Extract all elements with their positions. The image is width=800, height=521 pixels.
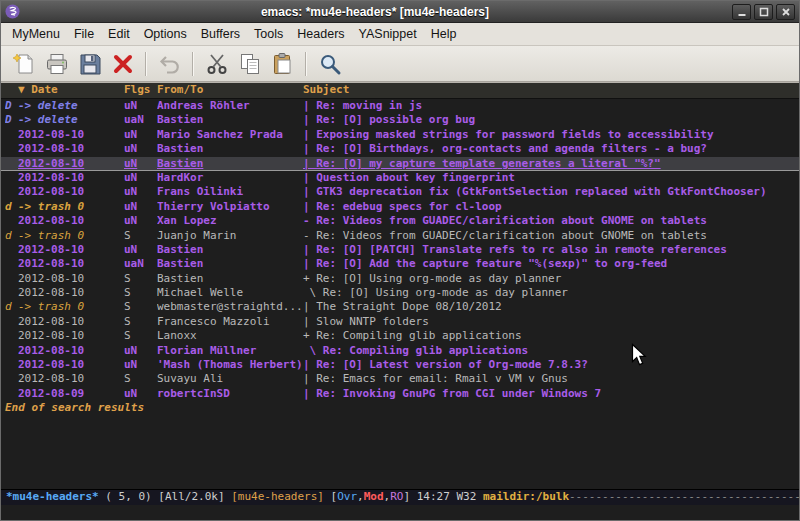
message-row[interactable]: 2012-08-09 uN robertcInSD | Re: Invoking… [1,387,799,401]
message-row[interactable]: d -> trash 0 S webmaster@straightd... | … [1,300,799,314]
message-from: Andreas Röhler [157,99,303,113]
menu-item-headers[interactable]: Headers [290,24,351,44]
message-mark: d [5,300,18,314]
message-subject: + Re: [O] Using org-mode as day planner [303,272,799,286]
message-row[interactable]: 2012-08-10 uN Xan Lopez - Re: Videos fro… [1,214,799,228]
modeline-time: 14:27 [417,490,457,504]
message-date: -> delete [18,99,124,113]
tool-button-cut[interactable] [200,49,233,79]
modeline-flags-open: [ [331,490,338,504]
message-flags: uN [124,243,157,257]
message-row[interactable]: D -> delete uN Andreas Röhler | Re: movi… [1,99,799,113]
toolbar-separator [145,52,147,76]
menu-item-mymenu[interactable]: MyMenu [5,24,67,44]
tool-button-print[interactable] [40,49,73,79]
header-flags-column[interactable]: Flgs [124,83,157,97]
message-flags: S [124,372,157,386]
close-button[interactable] [776,4,795,20]
message-row[interactable]: D -> delete uaN Bastien | Re: [O] possib… [1,113,799,127]
message-from: Francesco Mazzoli [157,315,303,329]
message-from: Suvayu Ali [157,372,303,386]
message-row[interactable]: 2012-08-10 uN Florian Müllner \ Re: Comp… [1,344,799,358]
modeline-flags-close: ] [403,490,416,504]
message-from: Bastien [157,257,303,271]
tool-button-copy[interactable] [233,49,266,79]
menu-item-file[interactable]: File [67,24,101,44]
message-row[interactable]: 2012-08-10 uaN Bastien | Re: [O] Add the… [1,257,799,271]
message-row[interactable]: 2012-08-10 uN Frans Oilinki | GTK3 depre… [1,185,799,199]
message-subject: | Re: Invoking GnuPG from CGI under Wind… [303,387,799,401]
window-titlebar[interactable]: emacs: *mu4e-headers* [mu4e-headers] [1,1,799,23]
message-flags: uN [124,142,157,156]
message-mark [5,286,18,300]
menu-item-help[interactable]: Help [424,24,464,44]
maximize-button[interactable] [754,4,773,20]
message-date: 2012-08-09 [18,387,124,401]
tool-button-paste[interactable] [266,49,299,79]
message-subject: \ Re: [O] Using org-mode as day planner [303,286,799,300]
message-flags: uN [124,157,157,171]
buffer-area[interactable]: ▼ Date Flgs From/To Subject D -> delete … [1,82,799,520]
message-mark [5,329,18,343]
message-row[interactable]: d -> trash 0 uN Thierry Volpiatto | Re: … [1,200,799,214]
toolbar-separator [192,52,194,76]
menu-item-options[interactable]: Options [137,24,194,44]
mode-line[interactable]: *mu4e-headers* ( 5, 0) [All/2.0k] [mu4e-… [1,489,799,505]
message-mark [5,243,18,257]
modeline-dashes: ----------------------------------------… [569,490,799,504]
message-row[interactable]: 2012-08-10 uN Mario Sanchez Prada | Expo… [1,128,799,142]
close-buffer-icon [111,52,135,76]
maximize-icon [759,7,769,17]
minimize-icon [737,7,747,17]
message-subject: | Re: [O] Birthdays, org-contacts and ag… [303,142,799,156]
message-mark [5,128,18,142]
tool-button-close-buffer[interactable] [106,49,139,79]
tool-button-save[interactable] [73,49,106,79]
modeline-flag-modified: Mod [364,490,384,504]
message-row[interactable]: 2012-08-10 S Suvayu Ali | Re: Emacs for … [1,372,799,386]
message-row[interactable]: 2012-08-10 S Bastien + Re: [O] Using org… [1,272,799,286]
message-date: 2012-08-10 [18,171,124,185]
tool-button-new-file[interactable] [7,49,40,79]
echo-area[interactable] [1,505,799,520]
message-mark [5,171,18,185]
message-row[interactable]: 2012-08-10 uN 'Mash (Thomas Herbert) | R… [1,358,799,372]
tool-button-undo[interactable] [153,49,186,79]
message-flags: uN [124,387,157,401]
header-subject-column[interactable]: Subject [303,83,799,97]
message-mark [5,214,18,228]
message-date: 2012-08-10 [18,257,124,271]
message-row[interactable]: 2012-08-10 uN HardKor | Question about k… [1,171,799,185]
message-row[interactable]: 2012-08-10 uN Bastien | Re: [O] my captu… [1,157,799,171]
message-row[interactable]: 2012-08-10 S Michael Welle \ Re: [O] Usi… [1,286,799,300]
message-flags: S [124,286,157,300]
message-flags: uaN [124,113,157,127]
menu-bar: MyMenu File Edit Options Buffers Tools H… [1,23,799,46]
message-row[interactable]: 2012-08-10 S Francesco Mazzoli | Slow NN… [1,315,799,329]
menu-item-tools[interactable]: Tools [247,24,290,44]
message-from: Thierry Volpiatto [157,200,303,214]
message-date: 2012-08-10 [18,344,124,358]
menu-item-edit[interactable]: Edit [101,24,137,44]
message-row[interactable]: 2012-08-10 S Lanoxx + Re: Compiling glib… [1,329,799,343]
message-date: 2012-08-10 [18,286,124,300]
window-title: emacs: *mu4e-headers* [mu4e-headers] [21,5,729,19]
menu-item-yasnippet[interactable]: YASnippet [352,24,424,44]
message-mark [5,344,18,358]
copy-icon [238,52,262,76]
message-flags: uN [124,99,157,113]
tool-button-search[interactable] [313,49,346,79]
minimize-button[interactable] [732,4,751,20]
message-from: HardKor [157,171,303,185]
message-row[interactable]: 2012-08-10 uN Bastien | Re: [O] [PATCH] … [1,243,799,257]
message-date: 2012-08-10 [18,329,124,343]
message-row[interactable]: 2012-08-10 uN Bastien | Re: [O] Birthday… [1,142,799,156]
header-date-column[interactable]: ▼ Date [18,83,124,97]
menu-item-buffers[interactable]: Buffers [194,24,247,44]
message-flags: uN [124,200,157,214]
message-subject: | Re: Emacs for email: Rmail v VM v Gnus [303,372,799,386]
header-from-column[interactable]: From/To [157,83,303,97]
message-flags: uaN [124,257,157,271]
emacs-icon[interactable] [5,4,21,20]
message-row[interactable]: d -> trash 0 S Juanjo Marin - Re: Videos… [1,229,799,243]
